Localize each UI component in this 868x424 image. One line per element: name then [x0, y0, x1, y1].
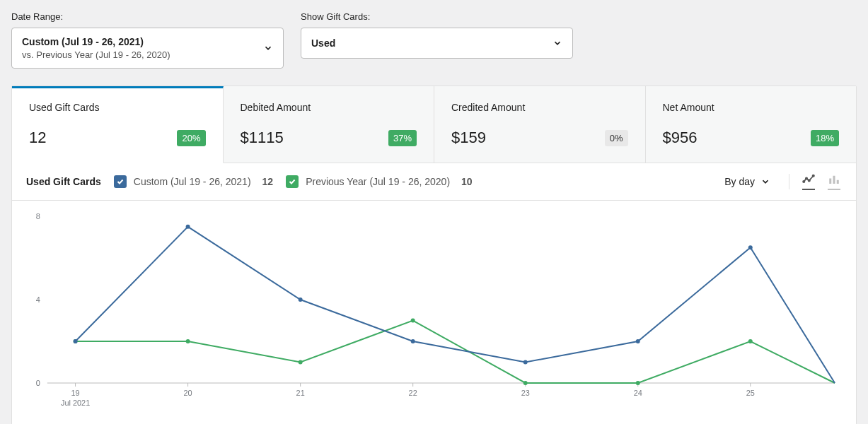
- chevron-down-icon: [263, 43, 273, 53]
- svg-point-3: [813, 175, 814, 177]
- svg-text:8: 8: [36, 212, 40, 220]
- legend-item-previous[interactable]: Previous Year (Jul 19 - 26, 2020) 10: [286, 175, 472, 188]
- svg-point-34: [186, 225, 190, 229]
- line-chart-icon[interactable]: [801, 174, 816, 189]
- report-panel: Used Gift Cards 12 20% Debited Amount $1…: [11, 86, 857, 424]
- svg-text:20: 20: [184, 389, 192, 397]
- date-range-label: Date Range:: [11, 11, 284, 22]
- svg-point-36: [411, 339, 415, 343]
- svg-point-0: [803, 181, 804, 182]
- svg-point-31: [636, 381, 640, 385]
- checkbox-checked-icon: [114, 175, 127, 188]
- view-toggle-group: [789, 174, 842, 189]
- chevron-down-icon: [760, 177, 770, 187]
- chevron-down-icon: [552, 38, 562, 48]
- legend-label: Previous Year (Jul 19 - 26, 2020): [306, 176, 450, 187]
- svg-point-2: [809, 180, 810, 182]
- metric-cards: Used Gift Cards 12 20% Debited Amount $1…: [12, 86, 856, 163]
- date-range-value: Custom (Jul 19 - 26, 2021): [22, 35, 170, 49]
- svg-text:19: 19: [71, 389, 80, 397]
- metric-value: 12: [29, 129, 46, 147]
- legend-item-current[interactable]: Custom (Jul 19 - 26, 2021) 12: [114, 175, 273, 188]
- metric-title: Credited Amount: [451, 102, 628, 113]
- svg-point-33: [74, 339, 78, 343]
- metric-card-debited[interactable]: Debited Amount $1115 37%: [224, 86, 435, 163]
- show-value: Used: [311, 37, 335, 50]
- show-label: Show Gift Cards:: [301, 11, 573, 22]
- metric-card-used[interactable]: Used Gift Cards 12 20%: [12, 86, 224, 163]
- svg-text:25: 25: [746, 389, 755, 397]
- svg-text:22: 22: [409, 389, 417, 397]
- granularity-select[interactable]: By day: [719, 173, 776, 190]
- show-filter: Show Gift Cards: Used: [301, 11, 573, 69]
- svg-point-32: [748, 339, 753, 343]
- date-range-filter: Date Range: Custom (Jul 19 - 26, 2021) v…: [11, 11, 284, 69]
- legend-value: 10: [461, 176, 473, 187]
- show-select[interactable]: Used: [301, 28, 573, 59]
- chart-body: 04819202122232425Jul 2021: [12, 201, 856, 424]
- svg-text:23: 23: [521, 389, 530, 397]
- svg-point-27: [186, 339, 190, 343]
- metric-delta-badge: 37%: [388, 130, 417, 146]
- legend-label: Custom (Jul 19 - 26, 2021): [134, 176, 251, 187]
- svg-text:24: 24: [634, 389, 642, 397]
- chart-header: Used Gift Cards Custom (Jul 19 - 26, 202…: [12, 163, 856, 201]
- metric-card-credited[interactable]: Credited Amount $159 0%: [434, 86, 646, 163]
- svg-text:21: 21: [296, 389, 305, 397]
- svg-point-29: [411, 319, 415, 323]
- filter-bar: Date Range: Custom (Jul 19 - 26, 2021) v…: [11, 11, 857, 69]
- metric-card-net[interactable]: Net Amount $956 18%: [646, 86, 857, 163]
- svg-point-37: [523, 360, 528, 365]
- metric-delta-badge: 20%: [177, 130, 205, 146]
- metric-value: $1115: [241, 129, 284, 147]
- metric-value: $159: [451, 129, 486, 147]
- svg-text:4: 4: [36, 295, 40, 304]
- svg-rect-4: [829, 179, 831, 184]
- metric-title: Used Gift Cards: [29, 102, 206, 113]
- metric-delta-badge: 0%: [605, 130, 628, 146]
- bar-chart-icon[interactable]: [826, 174, 842, 189]
- metric-delta-badge: 18%: [811, 130, 839, 146]
- metric-title: Debited Amount: [241, 102, 417, 113]
- metric-title: Net Amount: [663, 102, 840, 113]
- svg-text:0: 0: [36, 379, 40, 387]
- granularity-label: By day: [724, 176, 755, 187]
- date-range-compare: vs. Previous Year (Jul 19 - 26, 2020): [22, 49, 170, 61]
- svg-point-38: [636, 339, 640, 343]
- checkbox-checked-icon: [286, 175, 299, 188]
- svg-rect-5: [833, 176, 835, 184]
- metric-value: $956: [663, 129, 698, 147]
- svg-point-39: [748, 246, 753, 250]
- svg-rect-6: [837, 180, 839, 184]
- legend-value: 12: [262, 176, 274, 187]
- date-range-select[interactable]: Custom (Jul 19 - 26, 2021) vs. Previous …: [11, 28, 284, 69]
- svg-point-1: [806, 178, 807, 179]
- svg-point-28: [299, 360, 303, 365]
- svg-point-35: [299, 298, 303, 302]
- svg-point-30: [523, 381, 528, 385]
- line-chart: 04819202122232425Jul 2021: [26, 211, 842, 408]
- chart-title: Used Gift Cards: [26, 176, 101, 187]
- svg-text:Jul 2021: Jul 2021: [61, 399, 90, 407]
